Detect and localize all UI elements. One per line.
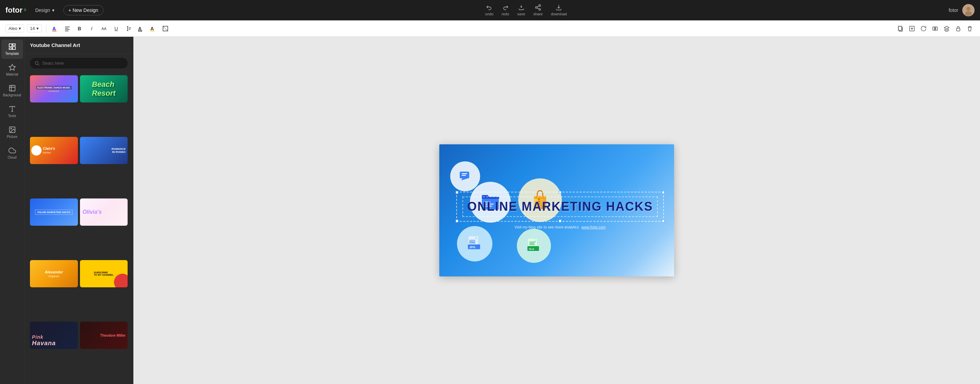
logo-text: fotor bbox=[5, 6, 22, 14]
xls-icon: XLS bbox=[525, 237, 542, 254]
canvas-wrapper: JPG XLS bbox=[439, 144, 674, 276]
template-card[interactable]: PinkHavana bbox=[30, 322, 78, 349]
share-label: share bbox=[533, 12, 543, 16]
user-name: fotor bbox=[949, 8, 958, 13]
text-color-button[interactable]: A bbox=[50, 24, 60, 33]
svg-marker-37 bbox=[9, 64, 15, 70]
delete-button[interactable] bbox=[965, 24, 975, 33]
line-height-button[interactable] bbox=[124, 24, 134, 33]
template-card[interactable]: BeachResort bbox=[80, 75, 128, 102]
sidebar-item-template[interactable]: Template bbox=[2, 40, 23, 59]
jpg-icon: JPG bbox=[466, 235, 484, 253]
svg-rect-29 bbox=[933, 27, 934, 30]
selection-handle-bm bbox=[559, 220, 562, 222]
topbar: fotor® Design ▾ + New Design undo redo bbox=[0, 0, 980, 21]
svg-point-5 bbox=[965, 11, 972, 16]
divider-1 bbox=[46, 24, 46, 33]
highlight-button[interactable]: A bbox=[148, 24, 158, 33]
sidebar-item-label: Cloud bbox=[8, 156, 16, 159]
topbar-center: undo redo save share downl bbox=[485, 4, 567, 16]
redo-label: redo bbox=[501, 12, 509, 16]
sidebar-item-material[interactable]: Material bbox=[2, 60, 23, 80]
icon-circle-chat bbox=[450, 161, 480, 191]
chevron-down-icon: ▾ bbox=[37, 26, 39, 31]
svg-rect-30 bbox=[936, 27, 937, 30]
canvas-area: JPG XLS bbox=[134, 37, 980, 384]
svg-text:A: A bbox=[52, 26, 56, 31]
svg-point-40 bbox=[11, 128, 11, 129]
share-button[interactable]: share bbox=[533, 4, 543, 16]
sidebar-item-background[interactable]: Background bbox=[2, 81, 23, 100]
svg-rect-24 bbox=[898, 26, 902, 30]
sidebar-item-label: Texts bbox=[8, 114, 16, 118]
download-button[interactable]: download bbox=[551, 4, 567, 16]
templates-grid: ELECTRONIC DANCE MUSIC EDAMIXES BeachRes… bbox=[24, 73, 133, 384]
template-card[interactable]: Alexander Organics bbox=[30, 260, 78, 287]
position-button[interactable] bbox=[907, 24, 917, 33]
save-label: save bbox=[517, 12, 525, 16]
download-label: download bbox=[551, 12, 567, 16]
italic-button[interactable]: I bbox=[87, 24, 97, 33]
layer-button[interactable] bbox=[942, 24, 951, 33]
font-family-value: Aleo bbox=[8, 26, 18, 31]
save-button[interactable]: save bbox=[517, 4, 525, 16]
template-card[interactable]: Theodore Miller bbox=[80, 322, 128, 349]
selection-handle-tm bbox=[559, 191, 562, 194]
new-design-button[interactable]: + New Design bbox=[63, 5, 103, 15]
search-input[interactable] bbox=[42, 61, 123, 66]
svg-point-2 bbox=[539, 8, 541, 10]
new-design-label: + New Design bbox=[68, 8, 98, 13]
svg-line-22 bbox=[163, 26, 168, 31]
text-overlay[interactable]: ONLINE MARKETING HACKS Visit my blog sit… bbox=[456, 192, 664, 229]
selection-handle-br bbox=[662, 220, 665, 222]
font-size-label: AA bbox=[102, 27, 107, 31]
rotate-button[interactable] bbox=[919, 24, 928, 33]
svg-rect-34 bbox=[12, 44, 15, 46]
template-card[interactable]: Claire'sKitchen bbox=[30, 137, 78, 164]
svg-rect-20 bbox=[150, 31, 154, 31]
icon-circle-xls: XLS bbox=[517, 229, 551, 263]
align-button[interactable] bbox=[63, 24, 72, 33]
font-family-select[interactable]: Aleo ▾ bbox=[5, 24, 24, 32]
template-card[interactable]: ONLINE MARKETING HACKS bbox=[30, 198, 78, 226]
svg-text:XLS: XLS bbox=[529, 247, 534, 250]
avatar[interactable] bbox=[962, 4, 975, 16]
sidebar-item-label: Template bbox=[5, 52, 19, 56]
chat-icon bbox=[458, 169, 473, 184]
redo-button[interactable]: redo bbox=[501, 4, 509, 16]
svg-line-42 bbox=[38, 64, 40, 65]
selection-handle-bl bbox=[456, 220, 458, 222]
align-distribute-button[interactable] bbox=[930, 24, 940, 33]
selection-handle-tr bbox=[662, 191, 665, 194]
template-card[interactable]: Olivia's bbox=[80, 198, 128, 226]
lock-button[interactable] bbox=[953, 24, 963, 33]
design-button[interactable]: Design ▾ bbox=[32, 5, 58, 15]
svg-rect-18 bbox=[138, 31, 142, 31]
font-size-toggle-button[interactable]: AA bbox=[99, 24, 109, 33]
copy-button[interactable] bbox=[896, 24, 905, 33]
svg-rect-7 bbox=[52, 31, 56, 31]
search-box[interactable] bbox=[30, 58, 127, 69]
main-layout: Template Material Background Texts bbox=[0, 37, 980, 384]
font-size-select[interactable]: 14 ▾ bbox=[27, 24, 41, 32]
undo-button[interactable]: undo bbox=[485, 4, 493, 16]
sidebar-item-cloud[interactable]: Cloud bbox=[2, 143, 23, 163]
svg-point-4 bbox=[966, 7, 970, 11]
bold-button[interactable]: B bbox=[75, 24, 84, 33]
design-label: Design bbox=[35, 8, 50, 13]
sidebar-item-picture[interactable]: Picture bbox=[2, 123, 23, 142]
template-card[interactable]: ROMANCEIN RODEO bbox=[80, 137, 128, 164]
template-card[interactable]: ELECTRONIC DANCE MUSIC EDAMIXES bbox=[30, 75, 78, 102]
template-card[interactable]: SUBSCRIBETO MY CHANNEL bbox=[80, 260, 128, 287]
sidebar-item-label: Background bbox=[3, 93, 21, 97]
toolbar-right-actions bbox=[896, 24, 975, 33]
underline-button[interactable]: U bbox=[111, 24, 121, 33]
sidebar-icons: Template Material Background Texts bbox=[0, 37, 24, 384]
font-color-button[interactable]: A bbox=[136, 24, 146, 33]
svg-rect-33 bbox=[9, 44, 11, 47]
fotor-logo: fotor® bbox=[5, 6, 26, 14]
icon-circle-jpg: JPG bbox=[457, 226, 492, 261]
chevron-down-icon: ▾ bbox=[19, 26, 21, 31]
effects-button[interactable] bbox=[161, 24, 170, 33]
sidebar-item-texts[interactable]: Texts bbox=[2, 102, 23, 121]
